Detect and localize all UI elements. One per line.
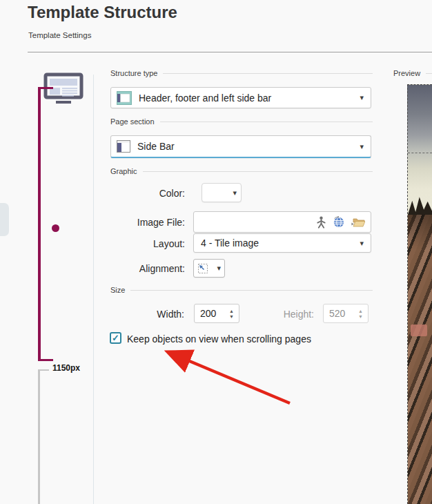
- panel-collapse-handle[interactable]: [0, 203, 9, 236]
- height-field-label: Height:: [238, 309, 314, 320]
- color-field-label: Color:: [109, 188, 185, 199]
- preview-section-header: Preview: [393, 69, 432, 77]
- image-file-field: [193, 211, 371, 233]
- keep-objects-label: Keep objects on view when scrolling page…: [127, 333, 311, 345]
- color-swatch: [205, 186, 228, 200]
- spin-down-icon: ▼: [358, 315, 363, 318]
- page-section-label: Page section: [110, 117, 155, 126]
- ruler-gray-line: [38, 369, 40, 504]
- alignment-field-label: Alignment:: [109, 263, 185, 274]
- section-rule: [160, 122, 373, 122]
- layout-value: 4 - Tile image: [201, 238, 259, 249]
- section-rule: [163, 73, 373, 74]
- image-file-input[interactable]: [198, 216, 310, 228]
- web-globe-icon[interactable]: [333, 216, 345, 229]
- monitor-icon: [43, 72, 84, 107]
- keep-objects-checkbox[interactable]: ✓: [110, 332, 121, 344]
- sidebar-preview-image: [407, 84, 432, 504]
- width-spinner: ▲ ▼: [194, 304, 239, 323]
- ruler-handle-dot[interactable]: [52, 224, 59, 232]
- size-section-label: Size: [110, 286, 125, 294]
- alignment-dropdown[interactable]: ▾: [193, 259, 225, 278]
- chevron-down-icon: ▾: [355, 94, 364, 101]
- structure-type-icon: [117, 91, 132, 105]
- preview-scrap-texture: [408, 215, 432, 504]
- stock-person-icon[interactable]: [316, 216, 326, 229]
- ruler-line: [38, 87, 41, 361]
- color-dropdown[interactable]: ▾: [202, 183, 242, 202]
- height-input: [324, 307, 355, 320]
- layout-dropdown[interactable]: 4 - Tile image ▾: [193, 233, 371, 253]
- height-spin-buttons: ▲ ▼: [358, 309, 368, 318]
- width-spin-buttons[interactable]: ▲ ▼: [229, 309, 239, 318]
- red-annotation-arrow: [153, 344, 295, 410]
- preview-label: Preview: [393, 69, 420, 77]
- panel-divider: [93, 75, 94, 504]
- width-input[interactable]: [195, 307, 226, 320]
- section-rule: [130, 290, 373, 291]
- chevron-down-icon: ▾: [228, 189, 237, 197]
- checkmark-icon: ✓: [112, 333, 119, 343]
- section-rule: [143, 171, 373, 172]
- image-file-label: Image File:: [109, 217, 185, 228]
- chevron-down-icon: ▾: [213, 264, 221, 272]
- page-title: Template Structure: [28, 3, 177, 22]
- structure-type-dropdown[interactable]: Header, footer and left side bar ▾: [110, 87, 371, 108]
- page-section-icon: [117, 140, 130, 153]
- spin-up-icon[interactable]: ▲: [229, 309, 234, 313]
- header-divider: [28, 52, 432, 52]
- structure-type-label: Structure type: [110, 69, 157, 77]
- ruler-height-label: 1150px: [52, 363, 80, 373]
- chevron-down-icon: ▾: [355, 240, 364, 247]
- align-top-left-icon: [197, 263, 208, 274]
- spin-down-icon[interactable]: ▼: [229, 315, 234, 318]
- page-section-value: Side Bar: [137, 141, 175, 152]
- chevron-down-icon: ▾: [355, 143, 364, 151]
- structure-type-section-header: Structure type: [110, 69, 373, 77]
- page-section-header: Page section: [110, 117, 373, 126]
- template-structure-dialog: Template Structure Template Settings 115…: [0, 0, 432, 504]
- layout-field-label: Layout:: [109, 238, 185, 249]
- ruler-bottom-tick: [38, 359, 53, 361]
- height-spinner: ▲ ▼: [323, 304, 369, 323]
- size-section-header: Size: [110, 286, 373, 294]
- preview-section-boundary: [408, 153, 432, 153]
- preview-scrap-detail: [411, 324, 428, 336]
- width-field-label: Width:: [108, 309, 184, 320]
- page-section-dropdown[interactable]: Side Bar ▾: [110, 135, 371, 158]
- section-rule: [426, 73, 432, 74]
- spin-up-icon: ▲: [358, 309, 363, 313]
- page-subtitle: Template Settings: [28, 31, 91, 39]
- graphic-section-label: Graphic: [110, 167, 137, 175]
- open-folder-icon[interactable]: [351, 217, 365, 228]
- graphic-section-header: Graphic: [110, 167, 373, 175]
- structure-type-value: Header, footer and left side bar: [139, 93, 271, 104]
